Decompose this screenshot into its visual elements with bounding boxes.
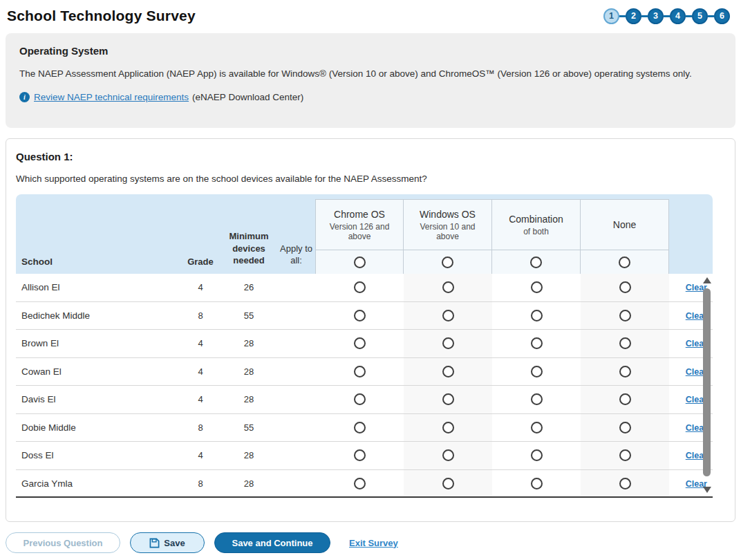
exit-survey-link[interactable]: Exit Survey <box>349 538 398 548</box>
step-1[interactable]: 1 <box>603 8 619 24</box>
table-row: Dobie Middle855Clear <box>16 414 713 442</box>
option-title: Chrome OS <box>334 209 385 220</box>
apply-all-radio[interactable] <box>619 256 630 268</box>
option-title-area: Chrome OSVersion 126 and above <box>316 200 403 250</box>
grade-cell: 4 <box>180 282 221 292</box>
question-label: Question 1: <box>16 151 725 162</box>
save-button[interactable]: Save <box>130 532 205 553</box>
apply-all-radio-cell <box>581 250 668 274</box>
option-cell <box>404 330 492 357</box>
school-cell: Bedichek Middle <box>16 310 180 321</box>
os-radio[interactable] <box>531 337 543 349</box>
devices-cell: 28 <box>221 338 277 348</box>
os-radio[interactable] <box>531 366 543 377</box>
grade-cell: 8 <box>180 478 221 489</box>
save-and-continue-button[interactable]: Save and Continue <box>214 532 330 553</box>
step-6[interactable]: 6 <box>714 8 730 24</box>
option-cell <box>492 330 581 357</box>
table-header: School Grade Minimum devices needed Appl… <box>16 194 713 274</box>
os-radio[interactable] <box>531 310 543 321</box>
table-row: Davis El428Clear <box>16 386 713 414</box>
os-radio[interactable] <box>531 422 543 433</box>
save-icon <box>149 538 160 548</box>
panel-body: The NAEP Assessment Application (NAEP Ap… <box>19 68 722 79</box>
os-radio[interactable] <box>619 422 631 433</box>
grade-cell: 4 <box>180 450 221 460</box>
option-headers: Chrome OSVersion 126 and aboveWindows OS… <box>315 194 669 275</box>
os-radio[interactable] <box>442 366 454 377</box>
scroll-up-icon[interactable] <box>703 277 711 283</box>
table-row: Allison El426Clear <box>16 274 713 302</box>
option-title-area: None <box>581 200 668 250</box>
os-radio[interactable] <box>442 310 454 321</box>
column-header-apply-to-all: Apply to all: <box>277 243 315 275</box>
column-header-devices: Minimum devices needed <box>221 230 277 275</box>
os-radio[interactable] <box>442 281 454 293</box>
os-radio[interactable] <box>354 422 366 433</box>
option-cell <box>315 442 404 469</box>
option-cell <box>404 274 492 301</box>
option-cell <box>404 302 492 330</box>
os-radio[interactable] <box>619 449 631 461</box>
top-bar: School Technology Survey 123456 <box>6 4 735 28</box>
os-radio[interactable] <box>442 422 454 433</box>
step-connector <box>708 15 714 17</box>
school-cell: Cowan El <box>16 366 180 377</box>
table-body: Allison El426ClearBedichek Middle855Clea… <box>16 274 713 498</box>
option-cell <box>581 386 669 413</box>
step-connector <box>641 15 648 17</box>
apply-all-radio-cell <box>316 250 403 274</box>
os-radio[interactable] <box>619 281 631 293</box>
table-row: Doss El428Clear <box>16 442 713 470</box>
info-panel: Operating System The NAEP Assessment App… <box>6 33 735 128</box>
os-radio[interactable] <box>619 366 631 377</box>
apply-all-radio-cell <box>492 250 580 274</box>
os-radio[interactable] <box>442 449 454 461</box>
scroll-thumb[interactable] <box>703 288 711 476</box>
page-title: School Technology Survey <box>7 8 196 24</box>
stepper: 123456 <box>603 8 730 24</box>
option-subtitle: of both <box>523 227 549 236</box>
scrollbar[interactable] <box>702 276 711 494</box>
option-column-header: Chrome OSVersion 126 and above <box>315 199 404 275</box>
os-radio[interactable] <box>619 337 631 349</box>
os-radio[interactable] <box>442 478 454 489</box>
grade-cell: 4 <box>180 338 221 348</box>
os-radio[interactable] <box>619 478 631 489</box>
step-2[interactable]: 2 <box>626 8 641 24</box>
info-icon: i <box>19 92 30 102</box>
os-radio[interactable] <box>354 366 366 377</box>
apply-all-radio[interactable] <box>354 256 366 268</box>
apply-all-radio[interactable] <box>442 256 453 268</box>
os-radio[interactable] <box>442 393 454 405</box>
os-radio[interactable] <box>619 393 631 405</box>
option-cell <box>581 302 669 330</box>
os-radio[interactable] <box>354 449 366 461</box>
school-cell: Dobie Middle <box>16 422 180 433</box>
os-radio[interactable] <box>354 393 366 405</box>
survey-table: School Grade Minimum devices needed Appl… <box>16 194 713 498</box>
os-radio[interactable] <box>531 281 543 293</box>
os-radio[interactable] <box>531 393 543 405</box>
step-4[interactable]: 4 <box>670 8 686 24</box>
survey-page: School Technology Survey 123456 Operatin… <box>0 0 741 553</box>
os-radio[interactable] <box>442 337 454 349</box>
devices-cell: 55 <box>221 310 277 321</box>
os-radio[interactable] <box>354 478 366 489</box>
option-title: Windows OS <box>420 209 476 220</box>
os-radio[interactable] <box>619 310 631 321</box>
apply-all-radio[interactable] <box>530 256 542 268</box>
os-radio[interactable] <box>354 281 366 293</box>
os-radio[interactable] <box>531 449 543 461</box>
option-cell <box>492 470 581 498</box>
step-connector <box>664 15 670 17</box>
requirements-link[interactable]: Review NAEP technical requirements <box>34 92 189 102</box>
os-radio[interactable] <box>531 478 543 489</box>
step-5[interactable]: 5 <box>692 8 708 24</box>
step-3[interactable]: 3 <box>648 8 664 24</box>
os-radio[interactable] <box>354 310 366 321</box>
previous-question-button[interactable]: Previous Question <box>6 532 120 553</box>
os-radio[interactable] <box>354 337 366 349</box>
column-header-grade: Grade <box>180 256 221 275</box>
scroll-down-icon[interactable] <box>703 487 711 493</box>
